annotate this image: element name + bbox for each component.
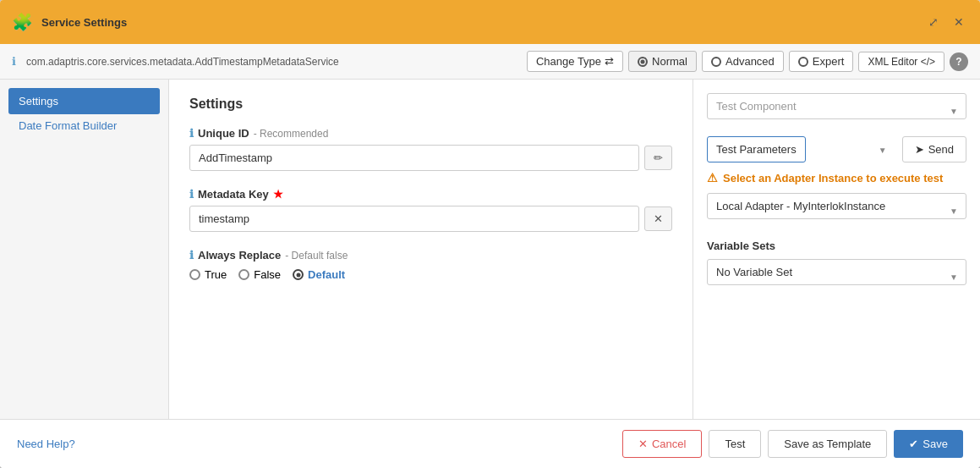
warning-icon: ⚠	[707, 171, 718, 184]
variable-sets-section: Variable Sets No Variable Set	[707, 240, 966, 294]
content-area: Settings Date Format Builder Settings ℹ …	[0, 80, 980, 419]
unique-id-label: ℹ Unique ID - Recommended	[189, 127, 672, 140]
metadata-key-input[interactable]	[189, 206, 639, 232]
always-replace-false-label: False	[254, 268, 281, 281]
toolbar: ℹ com.adaptris.core.services.metadata.Ad…	[0, 44, 980, 80]
always-replace-true-radio	[189, 269, 200, 280]
always-replace-label: ℹ Always Replace - Default false	[189, 249, 672, 262]
change-type-button[interactable]: Change Type ⇄	[527, 51, 623, 72]
expert-mode-label: Expert	[813, 55, 845, 68]
adapter-dropdown-wrapper: Local Adapter - MyInterlokInstance	[707, 193, 966, 228]
expert-mode-button[interactable]: Expert	[789, 51, 854, 72]
always-replace-false-option[interactable]: False	[238, 268, 281, 281]
save-check-icon: ✔	[909, 438, 918, 450]
save-template-button[interactable]: Save as Template	[768, 430, 887, 458]
test-params-wrapper: Test Parameters	[707, 136, 895, 162]
page-title: Service Settings	[41, 16, 127, 29]
cancel-icon: ✕	[638, 438, 648, 450]
modal-header: 🧩 Service Settings ⤢ ✕	[0, 0, 980, 44]
metadata-key-label-text: Metadata Key	[198, 188, 269, 201]
advanced-radio-dot	[711, 57, 721, 67]
sidebar-item-date-format-builder[interactable]: Date Format Builder	[8, 116, 160, 135]
always-replace-true-label: True	[205, 268, 227, 281]
modal-window: 🧩 Service Settings ⤢ ✕ ℹ com.adaptris.co…	[0, 0, 980, 468]
variable-set-select[interactable]: No Variable Set	[707, 259, 966, 285]
advanced-mode-button[interactable]: Advanced	[702, 51, 784, 72]
header-title-row: 🧩 Service Settings	[12, 12, 127, 32]
metadata-key-required-star: ★	[273, 188, 283, 201]
always-replace-default-option[interactable]: Default	[293, 268, 345, 281]
always-replace-options-row: True False Default	[189, 268, 672, 281]
normal-mode-button[interactable]: Normal	[628, 51, 697, 72]
unique-id-input[interactable]	[189, 145, 639, 171]
save-button[interactable]: ✔ Save	[894, 430, 963, 458]
always-replace-default-radio	[293, 269, 304, 280]
test-params-row: Test Parameters ➤ Send	[707, 136, 966, 162]
toolbar-buttons: Change Type ⇄ Normal Advanced Expert XML…	[527, 51, 968, 72]
adapter-instance-select[interactable]: Local Adapter - MyInterlokInstance	[707, 193, 966, 219]
send-label: Send	[928, 143, 954, 156]
send-icon: ➤	[915, 143, 924, 156]
warning-text: Select an Adapter Instance to execute te…	[723, 172, 943, 184]
always-replace-info-icon: ℹ	[189, 249, 194, 262]
unique-id-recommended: - Recommended	[254, 128, 329, 140]
metadata-key-info-icon: ℹ	[189, 188, 194, 201]
metadata-key-row: ✕	[189, 206, 672, 232]
send-button[interactable]: ➤ Send	[902, 136, 966, 162]
need-help-link[interactable]: Need Help?	[17, 438, 75, 450]
metadata-key-field-group: ℹ Metadata Key ★ ✕	[189, 188, 672, 232]
always-replace-false-radio	[238, 269, 249, 280]
save-label: Save	[923, 438, 948, 450]
close-button[interactable]: ✕	[950, 14, 968, 30]
unique-id-label-text: Unique ID	[198, 127, 249, 140]
footer: Need Help? ✕ Cancel Test Save as Templat…	[0, 419, 980, 468]
adapter-row: Local Adapter - MyInterlokInstance	[707, 193, 966, 228]
test-button[interactable]: Test	[709, 430, 761, 458]
test-component-select[interactable]: Test Component	[707, 93, 966, 119]
footer-buttons: ✕ Cancel Test Save as Template ✔ Save	[622, 430, 963, 458]
always-replace-default-label: Default	[308, 268, 345, 281]
unique-id-row: ✏	[189, 145, 672, 171]
variable-set-dropdown-wrapper: No Variable Set	[707, 259, 966, 294]
change-type-label: Change Type	[536, 55, 601, 68]
cancel-label: Cancel	[652, 438, 686, 450]
unique-id-info-icon: ℹ	[189, 127, 194, 140]
unique-id-edit-button[interactable]: ✏	[644, 146, 672, 170]
variable-sets-label: Variable Sets	[707, 240, 966, 252]
adapter-warning-row: ⚠ Select an Adapter Instance to execute …	[707, 171, 966, 184]
help-button[interactable]: ?	[950, 52, 968, 71]
normal-mode-label: Normal	[652, 55, 687, 68]
right-panel: Test Component Test Parameters ➤ Send ⚠ …	[693, 80, 980, 419]
advanced-mode-label: Advanced	[725, 55, 775, 68]
always-replace-label-text: Always Replace	[198, 249, 281, 262]
header-controls: ⤢ ✕	[924, 14, 968, 30]
sidebar-item-settings[interactable]: Settings	[8, 88, 160, 114]
expand-button[interactable]: ⤢	[924, 14, 943, 30]
service-class-label: com.adaptris.core.services.metadata.AddT…	[26, 56, 520, 68]
metadata-key-label: ℹ Metadata Key ★	[189, 188, 672, 201]
section-title: Settings	[189, 96, 672, 112]
main-settings-panel: Settings ℹ Unique ID - Recommended ✏ ℹ M…	[169, 80, 693, 419]
test-params-select[interactable]: Test Parameters	[707, 136, 806, 162]
always-replace-default: - Default false	[285, 250, 348, 262]
xml-editor-button[interactable]: XML Editor </>	[858, 52, 944, 72]
test-component-wrapper: Test Component	[707, 93, 966, 128]
always-replace-field-group: ℹ Always Replace - Default false True Fa…	[189, 249, 672, 281]
metadata-key-clear-button[interactable]: ✕	[644, 206, 672, 231]
service-info-icon: ℹ	[12, 55, 16, 68]
normal-radio-dot	[638, 57, 648, 67]
puzzle-icon: 🧩	[12, 12, 33, 32]
change-type-icon: ⇄	[605, 55, 614, 68]
sidebar: Settings Date Format Builder	[0, 80, 169, 419]
unique-id-field-group: ℹ Unique ID - Recommended ✏	[189, 127, 672, 171]
always-replace-true-option[interactable]: True	[189, 268, 227, 281]
cancel-button[interactable]: ✕ Cancel	[622, 430, 702, 458]
expert-radio-dot	[798, 57, 808, 67]
